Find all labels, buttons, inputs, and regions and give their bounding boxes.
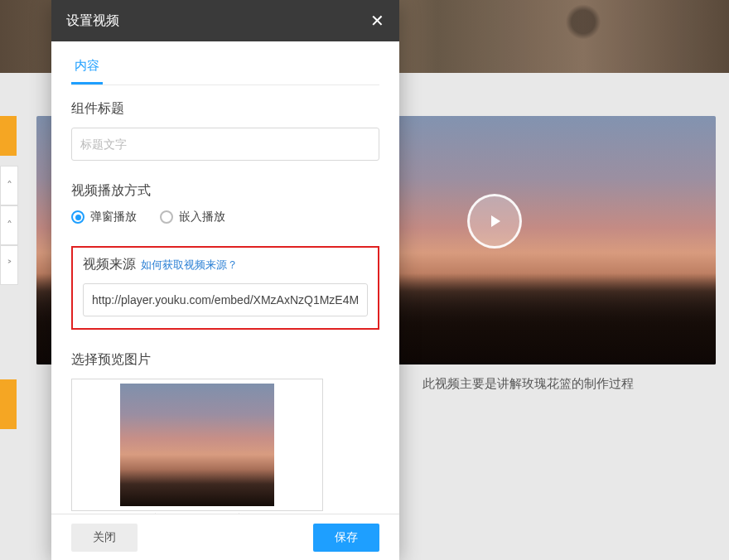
modal-title: 设置视频 (66, 12, 119, 30)
video-caption: 此视频主要是讲解玫瑰花篮的制作过程 (422, 376, 634, 392)
field-video-source: 视频来源 如何获取视频来源？ (71, 246, 379, 330)
left-tool-up-icon[interactable]: ˄ (0, 166, 18, 205)
action-clear[interactable]: 清除 (239, 513, 323, 514)
left-accent-2 (0, 379, 17, 429)
field-play-mode: 视频播放方式 弹窗播放 嵌入播放 (71, 182, 379, 224)
radio-icon (71, 210, 84, 224)
modal-tabs: 内容 (71, 53, 379, 85)
preview-box (71, 379, 323, 511)
modal-body: 内容 组件标题 视频播放方式 弹窗播放 嵌入播放 视频来源 如何获 (51, 41, 399, 514)
radio-popup[interactable]: 弹窗播放 (71, 210, 137, 224)
left-tool-right-icon[interactable]: ˃ (0, 245, 18, 285)
preview-thumbnail[interactable] (120, 384, 274, 506)
field-preview-image: 选择预览图片 本地上传 从资料库选择 清除 (71, 351, 379, 514)
label-component-title: 组件标题 (71, 100, 379, 118)
action-library[interactable]: 从资料库选择 (156, 513, 240, 514)
save-button[interactable]: 保存 (313, 524, 379, 552)
label-preview-image: 选择预览图片 (71, 351, 379, 369)
label-video-source: 视频来源 (83, 256, 136, 273)
video-settings-modal: 设置视频 ✕ 内容 组件标题 视频播放方式 弹窗播放 嵌入播放 (51, 0, 399, 560)
left-accent-1 (0, 116, 17, 156)
tab-content[interactable]: 内容 (71, 53, 103, 84)
field-component-title: 组件标题 (71, 100, 379, 161)
action-upload[interactable]: 本地上传 (71, 513, 156, 514)
left-toolbar: ˄ ˄ ˃ (0, 166, 18, 285)
left-tool-up2-icon[interactable]: ˄ (0, 205, 18, 245)
close-icon[interactable]: ✕ (370, 11, 384, 31)
close-button[interactable]: 关闭 (71, 524, 138, 552)
modal-header: 设置视频 ✕ (51, 0, 399, 41)
radio-embed-label: 嵌入播放 (179, 210, 225, 224)
play-button[interactable] (467, 194, 522, 249)
radio-icon (160, 210, 173, 224)
label-play-mode: 视频播放方式 (71, 182, 379, 200)
preview-actions: 本地上传 从资料库选择 清除 (71, 513, 323, 514)
source-input[interactable] (83, 283, 368, 316)
radio-popup-label: 弹窗播放 (90, 210, 137, 224)
play-icon (485, 211, 505, 231)
title-input[interactable] (71, 128, 379, 161)
modal-footer: 关闭 保存 (51, 514, 399, 560)
help-link-source[interactable]: 如何获取视频来源？ (141, 258, 238, 273)
radio-embed[interactable]: 嵌入播放 (160, 210, 225, 224)
